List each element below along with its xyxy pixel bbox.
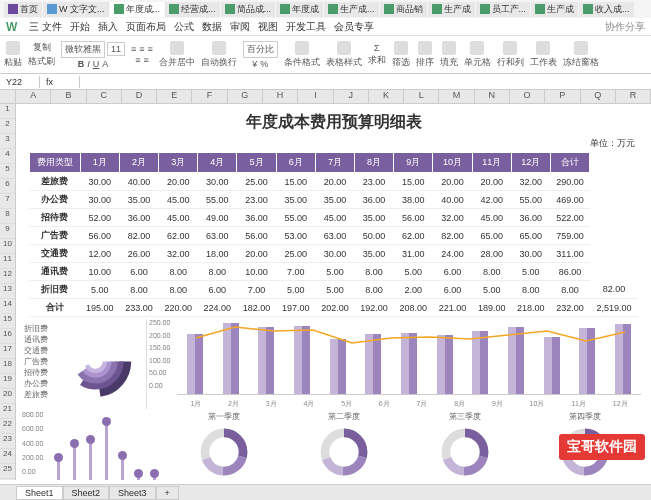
col-header[interactable]: H [263, 90, 298, 103]
sheet-content[interactable]: 年度成本费用预算明细表 单位：万元 费用类型1月2月3月4月5月6月7月8月9月… [16, 104, 651, 480]
col-header[interactable]: B [51, 90, 86, 103]
italic-btn[interactable]: I [87, 59, 90, 69]
row-header[interactable]: 24 [0, 449, 15, 464]
sheet-btn[interactable]: 工作表 [530, 41, 557, 69]
underline-btn[interactable]: U [93, 59, 100, 69]
font-select[interactable]: 微软雅黑 [61, 41, 105, 58]
align-right-icon[interactable]: ≡ [148, 44, 153, 54]
sheet-tab[interactable]: Sheet3 [109, 486, 156, 500]
doc-tab[interactable]: 员工产... [476, 2, 531, 17]
row-header[interactable]: 20 [0, 389, 15, 404]
menu-item[interactable]: 开始 [70, 21, 90, 32]
merge-btn[interactable]: 合并居中 [159, 41, 195, 69]
col-header[interactable]: C [87, 90, 122, 103]
menu-item[interactable]: 页面布局 [126, 21, 166, 32]
sheet-tab[interactable]: Sheet1 [16, 486, 63, 500]
row-header[interactable]: 16 [0, 329, 15, 344]
cellfmt-btn[interactable]: 单元格 [464, 41, 491, 69]
row-header[interactable]: 5 [0, 164, 15, 179]
condfmt-btn[interactable]: 条件格式 [284, 41, 320, 69]
collab-link[interactable]: 协作分享 [605, 20, 645, 34]
doc-tab[interactable]: 简品成... [221, 2, 276, 17]
row-header[interactable]: 10 [0, 239, 15, 254]
row-header[interactable]: 9 [0, 224, 15, 239]
col-header[interactable]: D [122, 90, 157, 103]
menu-item[interactable]: 审阅 [230, 21, 250, 32]
doc-tab[interactable]: 生产成 [531, 2, 578, 17]
row-header[interactable]: 25 [0, 464, 15, 479]
row-header[interactable]: 1 [0, 104, 15, 119]
row-header[interactable]: 22 [0, 419, 15, 434]
col-header[interactable]: N [475, 90, 510, 103]
row-header[interactable]: 18 [0, 359, 15, 374]
doc-tab[interactable]: 年度成 [276, 2, 323, 17]
row-header[interactable]: 6 [0, 179, 15, 194]
sheet-tabs: Sheet1Sheet2Sheet3+ [0, 484, 651, 500]
wrap-btn[interactable]: 自动换行 [201, 41, 237, 69]
freeze-btn[interactable]: 冻结窗格 [563, 41, 599, 69]
numfmt-select[interactable]: 百分比 [243, 41, 278, 58]
fill-btn[interactable]: 填充 [440, 41, 458, 69]
doc-tab[interactable]: 商品销 [380, 2, 427, 17]
size-select[interactable]: 11 [107, 42, 125, 56]
col-header[interactable]: G [228, 90, 263, 103]
sheet-tab[interactable]: Sheet2 [63, 486, 110, 500]
row-header[interactable]: 14 [0, 299, 15, 314]
row-header[interactable]: 12 [0, 269, 15, 284]
filter-btn[interactable]: 筛选 [392, 41, 410, 69]
doc-tab[interactable]: 年度成... [110, 2, 165, 17]
tblstyle-btn[interactable]: 表格样式 [326, 41, 362, 69]
row-header[interactable]: 23 [0, 434, 15, 449]
copy-group[interactable]: 复制格式刷 [28, 41, 55, 68]
menu-item[interactable]: 插入 [98, 21, 118, 32]
align-center-icon[interactable]: ≡ [139, 44, 144, 54]
formula-input[interactable] [80, 81, 651, 83]
row-header[interactable]: 11 [0, 254, 15, 269]
col-header[interactable]: L [404, 90, 439, 103]
col-header[interactable]: O [510, 90, 545, 103]
sort-btn[interactable]: 排序 [416, 41, 434, 69]
menu-item[interactable]: 视图 [258, 21, 278, 32]
menu-item[interactable]: 开发工具 [286, 21, 326, 32]
col-header[interactable]: P [545, 90, 580, 103]
doc-tab[interactable]: 经营成... [165, 2, 220, 17]
doc-tab[interactable]: 生产成... [324, 2, 379, 17]
row-header[interactable]: 7 [0, 194, 15, 209]
col-header[interactable]: E [157, 90, 192, 103]
col-header[interactable]: M [439, 90, 474, 103]
row-header[interactable]: 2 [0, 119, 15, 134]
row-header[interactable]: 17 [0, 344, 15, 359]
sheet-tab[interactable]: + [156, 486, 179, 500]
menu-item[interactable]: 三 文件 [29, 21, 62, 32]
col-header[interactable]: I [298, 90, 333, 103]
col-header[interactable]: J [334, 90, 369, 103]
col-header[interactable]: A [16, 90, 51, 103]
menu-item[interactable]: 会员专享 [334, 21, 374, 32]
col-header[interactable]: F [192, 90, 227, 103]
bold-btn[interactable]: B [78, 59, 85, 69]
font-color-btn[interactable]: A [102, 59, 108, 69]
rowcol-btn[interactable]: 行和列 [497, 41, 524, 69]
row-header[interactable]: 19 [0, 374, 15, 389]
align-left-icon[interactable]: ≡ [131, 44, 136, 54]
menu-item[interactable]: 数据 [202, 21, 222, 32]
fx-button[interactable]: fx [40, 76, 80, 88]
doc-tab[interactable]: 收入成... [579, 2, 634, 17]
sum-btn[interactable]: Σ求和 [368, 43, 386, 67]
row-header[interactable]: 4 [0, 149, 15, 164]
row-header[interactable]: 13 [0, 284, 15, 299]
name-box[interactable]: Y22 [0, 76, 40, 88]
doc-tab[interactable]: 首页 [4, 2, 42, 17]
row-header[interactable]: 8 [0, 209, 15, 224]
row-header[interactable]: 21 [0, 404, 15, 419]
doc-tab[interactable]: 生产成 [428, 2, 475, 17]
row-header[interactable]: 15 [0, 314, 15, 329]
row-header[interactable]: 3 [0, 134, 15, 149]
col-header[interactable]: Q [581, 90, 616, 103]
menu-item[interactable]: 公式 [174, 21, 194, 32]
col-header[interactable]: R [616, 90, 651, 103]
paste-group[interactable]: 粘贴 [4, 41, 22, 69]
bar-line-chart: 250.00200.00150.00100.0050.000.00 1月2月3月… [146, 319, 645, 409]
doc-tab[interactable]: W 文字文... [43, 2, 109, 17]
col-header[interactable]: K [369, 90, 404, 103]
